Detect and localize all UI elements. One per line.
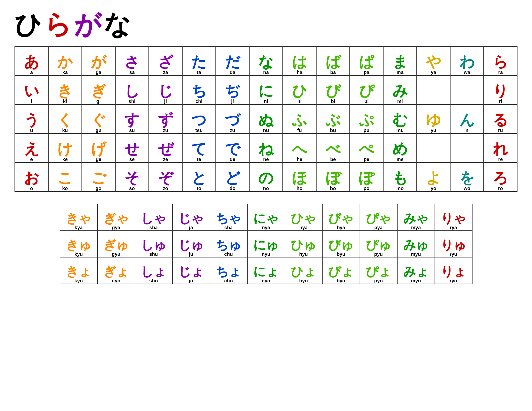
table-row: びゅbyu [322,231,360,257]
kana-char: め [384,141,416,156]
kana-char: ず [150,112,182,127]
kana-char: ぎゃ [98,212,134,224]
kana-char: ろ [484,170,516,186]
table-row: さsa [115,47,149,75]
table-row: いi [15,75,48,104]
romaji-label: do [216,186,249,191]
romaji-label: nu [250,128,282,133]
table-row: ぴょpyo [360,257,397,284]
kana-char: びゅ [323,239,359,251]
romaji-label: nyo [248,278,284,283]
kana-char: ん [451,112,483,127]
table-row: びbi [316,75,350,104]
kana-char: み [384,84,416,98]
table-row: ねne [249,133,283,162]
kana-char: ぴゃ [361,212,397,224]
kana-char: しゃ [136,212,172,224]
romaji-label: pa [350,70,382,75]
kana-char: ほ [283,170,316,186]
kana-char: が [83,54,115,69]
kana-char: へ [283,141,316,156]
romaji-label: re [484,157,516,162]
kana-char: びゃ [323,212,359,224]
romaji-label: pu [350,128,382,133]
table-row: びょbyo [322,257,360,284]
page-title: ひ ら が な [15,10,517,39]
table-row: しゅshu [135,231,172,257]
romaji-label: nyu [248,252,284,257]
romaji-label: wo [451,186,483,191]
kana-char: る [484,112,516,127]
romaji-label: mo [384,186,416,191]
kana-char: よ [417,170,449,186]
table-row: にゅnyu [247,231,285,257]
kana-char: や [417,54,449,69]
romaji-label: ge [83,157,115,162]
romaji-label: so [116,186,148,191]
romaji-label: ho [283,186,316,191]
romaji-label: gyo [98,278,134,283]
kana-char: げ [83,141,115,156]
kana-char: ぞ [150,170,182,186]
table-row: ぢji [216,75,249,104]
romaji-label: kyo [61,278,97,283]
romaji-label: yu [417,128,449,133]
kana-char: た [183,54,215,69]
kana-char: に [250,84,282,98]
kana-char: ね [250,141,282,156]
kana-char: ぎゅ [98,239,134,251]
romaji-label: myu [398,252,434,257]
kana-char: の [250,170,282,186]
romaji-label: ryo [436,278,472,283]
table-row: だda [216,47,249,75]
kana-char: か [49,54,81,69]
romaji-label: jo [173,278,209,283]
kana-char: て [183,141,215,156]
romaji-label: su [116,128,148,133]
table-row: すsu [115,104,149,133]
romaji-label: pya [361,225,397,230]
kana-char: あ [16,54,48,69]
romaji-label: u [16,128,48,133]
table-row: じゃja [172,204,210,231]
romaji-label: se [116,157,148,162]
kana-char: ひゃ [285,212,322,224]
romaji-label: zo [150,186,182,191]
table-row: ろro [484,162,517,191]
kana-char: ぎょ [98,265,134,278]
romaji-label: mi [384,99,416,104]
kana-char: ど [216,170,249,186]
romaji-label: ba [317,70,349,75]
romaji-label: ga [83,70,115,75]
kana-char: む [384,112,416,127]
kana-char: だ [216,54,249,69]
main-hiragana-table: あaかkaがgaさsaざzaたtaだdaなnaはhaばbaぱpaまmaやyaわw… [15,46,517,192]
table-row: じょjo [172,257,210,284]
table-row: ひゅhyu [285,231,322,257]
table-row: ちょcho [210,257,247,284]
romaji-label: ki [49,99,81,104]
kana-char: みょ [398,265,434,278]
romaji-label: chu [211,252,247,257]
table-row: へhe [283,133,316,162]
romaji-label: po [350,186,382,191]
table-row: くku [48,104,82,133]
table-row: ふfu [283,104,316,133]
kana-char: ぶ [317,112,349,127]
kana-char: を [451,170,483,186]
romaji-label: ji [150,99,182,104]
romaji-label: mya [398,225,434,230]
table-row: りri [484,75,517,104]
romaji-label: gu [83,128,115,133]
table-row: げge [82,133,115,162]
kana-char: ゆ [417,112,449,127]
kana-char: け [49,141,81,156]
romaji-label: bo [317,186,349,191]
table-row: みょmyo [397,257,435,284]
romaji-label: nya [248,225,284,230]
romaji-label: ya [417,70,449,75]
kana-char: ちゃ [211,212,247,224]
table-row: じゅju [172,231,210,257]
romaji-label: hya [285,225,322,230]
romaji-label: sha [136,225,172,230]
